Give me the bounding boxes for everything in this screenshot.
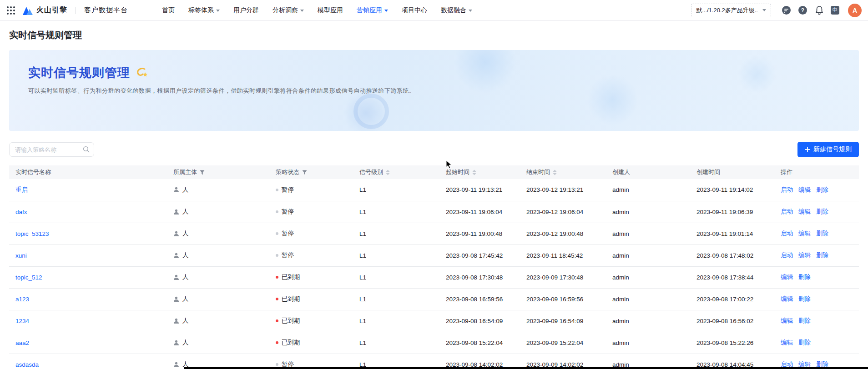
status-label: 已到期	[282, 273, 300, 281]
subject-label: 人	[182, 295, 189, 303]
create-signal-rule-button[interactable]: 新建信号规则	[797, 142, 859, 157]
signal-name-link[interactable]: 重启	[15, 186, 28, 193]
subject-label: 人	[182, 208, 189, 216]
nav-item-营销应用[interactable]: 营销应用	[350, 0, 395, 21]
created-time: 2023-09-11 19:06:39	[690, 201, 774, 223]
signal-name-link[interactable]: 1234	[15, 318, 29, 324]
level-label: L1	[353, 201, 439, 223]
svg-text:?: ?	[801, 7, 804, 14]
brand-name: 火山引擎	[36, 5, 67, 15]
subject-label: 人	[182, 339, 189, 347]
column-header-label: 所属主体	[173, 168, 197, 176]
action-link[interactable]: 启动	[781, 186, 793, 193]
nav-item-标签体系[interactable]: 标签体系	[182, 0, 227, 21]
end-time: 2023-09-09 16:59:56	[520, 288, 606, 310]
action-link[interactable]: 启动	[781, 252, 793, 259]
creator: admin	[606, 201, 690, 223]
end-time: 2023-09-09 15:22:04	[520, 332, 606, 354]
notification-bell-icon[interactable]	[814, 5, 824, 15]
column-header-策略状态[interactable]: 策略状态	[269, 165, 353, 179]
sort-icon[interactable]	[472, 170, 476, 175]
apps-grid-icon[interactable]	[6, 6, 15, 15]
workspace-selector-label: 默.../1.20.2多产品升级..	[696, 6, 758, 15]
subject-label: 人	[182, 229, 189, 238]
column-header-label: 起始时间	[446, 168, 469, 176]
nav-item-用户分群[interactable]: 用户分群	[227, 0, 266, 21]
action-link[interactable]: 删除	[816, 208, 828, 215]
avatar[interactable]: A	[848, 4, 862, 17]
filter-icon[interactable]	[200, 170, 205, 175]
nav-item-label: 模型应用	[318, 6, 343, 15]
search-icon[interactable]	[83, 146, 90, 155]
feedback-icon[interactable]	[782, 5, 791, 15]
actions-cell: 编辑删除	[774, 266, 859, 288]
signal-name-link[interactable]: topic_512	[15, 274, 42, 281]
action-link[interactable]: 编辑	[781, 295, 793, 302]
level-label: L1	[353, 310, 439, 332]
column-header-结束时间[interactable]: 结束时间	[520, 165, 606, 179]
table-row: 1234 人 已到期 L1 2023-09-08 16:54:09 2023-0…	[9, 310, 859, 332]
signal-rules-table: 实时信号名称所属主体策略状态信号级别起始时间结束时间创建人创建时间操作 重启 人…	[9, 165, 859, 369]
filter-icon[interactable]	[302, 170, 307, 175]
language-switch-icon[interactable]: 中	[831, 6, 839, 15]
action-link[interactable]: 删除	[816, 230, 828, 237]
signal-name-link[interactable]: topic_53123	[15, 230, 49, 237]
table-header-row: 实时信号名称所属主体策略状态信号级别起始时间结束时间创建人创建时间操作	[9, 165, 859, 179]
action-link[interactable]: 启动	[781, 208, 793, 215]
workspace-selector[interactable]: 默.../1.20.2多产品升级..	[691, 4, 771, 17]
end-time: 2023-09-12 19:06:04	[520, 201, 606, 223]
signal-name-link[interactable]: a123	[15, 296, 29, 303]
action-link[interactable]: 删除	[798, 339, 811, 346]
subject-label: 人	[182, 186, 189, 194]
action-link[interactable]: 删除	[816, 252, 828, 259]
created-time: 2023-09-11 19:14:02	[690, 179, 774, 201]
action-link[interactable]: 编辑	[798, 208, 811, 215]
action-link[interactable]: 编辑	[798, 252, 811, 259]
start-time: 2023-09-08 15:22:04	[439, 332, 520, 354]
nav-item-label: 数据融合	[441, 6, 466, 15]
nav-item-数据融合[interactable]: 数据融合	[434, 0, 479, 21]
nav-item-label: 标签体系	[188, 6, 214, 15]
creator: admin	[606, 223, 690, 244]
status-label: 暂停	[282, 186, 294, 194]
topbar: 火山引擎 客户数据平台 首页标签体系用户分群分析洞察模型应用营销应用项目中心数据…	[0, 0, 868, 21]
creator: admin	[606, 288, 690, 310]
bottom-black-bar	[184, 367, 868, 369]
sort-icon[interactable]	[553, 170, 557, 175]
nav-item-label: 分析洞察	[273, 6, 298, 15]
creator: admin	[606, 244, 690, 266]
signal-name-link[interactable]: dafx	[15, 209, 27, 215]
help-icon[interactable]: ?	[798, 5, 807, 15]
action-link[interactable]: 编辑	[781, 274, 793, 280]
action-link[interactable]: 编辑	[781, 339, 793, 346]
action-link[interactable]: 编辑	[781, 317, 793, 324]
status-label: 已到期	[282, 339, 300, 347]
column-header-所属主体[interactable]: 所属主体	[167, 165, 269, 179]
action-link[interactable]: 编辑	[798, 230, 811, 237]
column-header-起始时间[interactable]: 起始时间	[439, 165, 520, 179]
nav-item-分析洞察[interactable]: 分析洞察	[266, 0, 311, 21]
column-header-信号级别[interactable]: 信号级别	[353, 165, 439, 179]
nav-item-项目中心[interactable]: 项目中心	[395, 0, 434, 21]
action-link[interactable]: 编辑	[798, 186, 811, 193]
actions-cell: 启动编辑删除	[774, 201, 859, 223]
action-link[interactable]: 删除	[798, 274, 811, 280]
nav-item-首页[interactable]: 首页	[155, 0, 182, 21]
action-link[interactable]: 删除	[798, 317, 811, 324]
status-dot	[276, 276, 278, 279]
signal-name-link[interactable]: asdasda	[15, 361, 39, 368]
brand[interactable]: 火山引擎 客户数据平台	[23, 5, 128, 15]
search-input[interactable]	[9, 142, 94, 157]
signal-name-link[interactable]: aaa2	[15, 339, 29, 346]
action-link[interactable]: 启动	[781, 230, 793, 237]
sort-icon[interactable]	[386, 170, 390, 175]
banner-description: 可以实时监听标签、行为和分群的变化的数据，根据用户设定的筛选条件，借助实时规则引…	[28, 87, 840, 95]
nav-item-模型应用[interactable]: 模型应用	[311, 0, 350, 21]
signal-name-link[interactable]: xuni	[15, 252, 27, 259]
status-label: 已到期	[282, 295, 300, 303]
table-row: a123 人 已到期 L1 2023-09-08 16:59:56 2023-0…	[9, 288, 859, 310]
action-link[interactable]: 删除	[816, 186, 828, 193]
action-link[interactable]: 删除	[798, 295, 811, 302]
end-time: 2023-09-09 16:54:09	[520, 310, 606, 332]
search-box	[9, 142, 94, 157]
